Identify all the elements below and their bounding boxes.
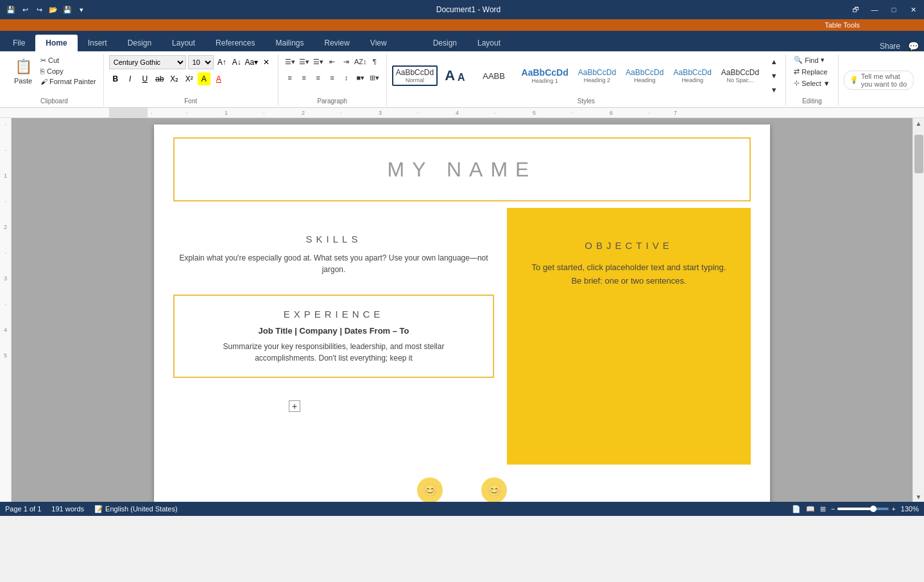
clear-formatting-button[interactable]: ✕ (260, 56, 273, 69)
style-heading4[interactable]: AaBbCcDd Heading (669, 65, 715, 86)
clipboard-label: Clipboard (10, 98, 98, 105)
tab-review[interactable]: Review (314, 35, 359, 51)
strikethrough-button[interactable]: ab (153, 73, 166, 85)
paste-label: Paste (14, 77, 32, 85)
experience-section[interactable]: EXPERIENCE Job Title | Company | Dates F… (173, 295, 494, 378)
cut-button[interactable]: ✂ Cut (38, 56, 98, 65)
undo-icon[interactable]: ↩ (19, 4, 31, 15)
font-group: Century Gothic 10 A↑ A↓ Aa▾ ✕ B I U ab X… (104, 54, 278, 106)
resume-header-box[interactable]: MY NAME (173, 137, 751, 201)
justify-button[interactable]: ≡ (326, 71, 339, 84)
zoom-level[interactable]: 130% (901, 505, 919, 513)
share-button[interactable]: Share (880, 42, 900, 51)
superscript-button[interactable]: X² (183, 73, 196, 85)
multilevel-button[interactable]: ☰▾ (312, 55, 325, 68)
skills-body[interactable]: Explain what you're especially good at. … (173, 252, 494, 275)
zoom-in-button[interactable]: + (891, 505, 895, 513)
close-icon[interactable]: ✕ (907, 4, 919, 15)
line-spacing-button[interactable]: ↕ (340, 71, 353, 84)
objective-title: OBJECTIVE (526, 240, 732, 251)
style-heading3[interactable]: AaBbCcDd Heading (622, 65, 667, 86)
tab-table-layout[interactable]: Layout (467, 35, 511, 51)
find-button[interactable]: 🔍 Find ▾ (791, 55, 826, 65)
font-size-select[interactable]: 10 (188, 55, 214, 69)
add-row-button[interactable]: + (289, 400, 300, 412)
decrease-indent-button[interactable]: ⇤ (326, 55, 339, 68)
zoom-out-button[interactable]: − (831, 505, 835, 513)
tab-design[interactable]: Design (117, 35, 162, 51)
change-case-button[interactable]: Aa▾ (245, 56, 258, 69)
format-painter-button[interactable]: 🖌 Format Painter (38, 77, 98, 86)
style-aabb[interactable]: AABB (472, 69, 516, 83)
scroll-track[interactable] (914, 128, 924, 492)
shading-button[interactable]: ■▾ (354, 71, 367, 84)
align-center-button[interactable]: ≡ (298, 71, 311, 84)
scroll-down-button[interactable]: ▼ (914, 492, 924, 502)
view-web-icon[interactable]: ⊞ (820, 505, 826, 513)
tab-table-design[interactable]: Design (423, 35, 467, 51)
maximize-icon[interactable]: □ (888, 4, 900, 15)
tab-insert[interactable]: Insert (78, 35, 117, 51)
replace-button[interactable]: ⇄ Replace (791, 67, 830, 76)
tab-file[interactable]: File (3, 35, 35, 51)
scroll-thumb[interactable] (914, 135, 923, 173)
show-hide-button[interactable]: ¶ (368, 55, 381, 68)
copy-button[interactable]: ⎘ Copy (38, 67, 98, 76)
bullets-button[interactable]: ☰▾ (284, 55, 296, 68)
style-heading2[interactable]: AaBbCcDd Heading 2 (574, 65, 620, 86)
paste-button[interactable]: 📋 Paste (10, 55, 36, 86)
resume-right: OBJECTIVE To get started, click placehol… (507, 208, 751, 465)
table-tools-label: Table Tools (825, 21, 911, 29)
numbering-button[interactable]: ☰▾ (298, 55, 311, 68)
underline-button[interactable]: U (139, 73, 151, 85)
align-left-button[interactable]: ≡ (284, 71, 296, 84)
experience-job[interactable]: Job Title | Company | Dates From – To (194, 326, 474, 336)
minimize-icon[interactable]: — (869, 4, 880, 15)
style-nospace[interactable]: AaBbCcDd No Spac... (717, 65, 763, 86)
font-color-button[interactable]: A (212, 73, 225, 85)
styles-scroll-up[interactable]: ▲ (767, 55, 780, 68)
save-icon[interactable]: 💾 (5, 4, 17, 15)
select-button[interactable]: ⊹ Select ▼ (791, 78, 833, 88)
tab-view[interactable]: View (360, 35, 397, 51)
text-highlight-button[interactable]: A (198, 73, 210, 85)
zoom-track[interactable] (837, 508, 889, 510)
objective-body[interactable]: To get started, click placeholder text a… (526, 261, 732, 288)
style-heading1[interactable]: AaBbCcDd Heading 1 (518, 65, 572, 87)
view-print-icon[interactable]: 📄 (792, 505, 801, 513)
increase-indent-button[interactable]: ⇥ (340, 55, 353, 68)
customize-qat-icon[interactable]: ▾ (76, 4, 87, 15)
open-file-icon[interactable]: 📂 (47, 4, 59, 15)
restore-window-icon[interactable]: 🗗 (850, 4, 861, 15)
tab-mailings[interactable]: Mailings (265, 35, 314, 51)
font-name-select[interactable]: Century Gothic (109, 55, 186, 69)
scroll-up-button[interactable]: ▲ (914, 118, 924, 128)
decrease-font-button[interactable]: A↓ (230, 56, 243, 69)
resume-name[interactable]: MY NAME (388, 158, 537, 182)
resume-body: SKILLS Explain what you're especially go… (173, 208, 751, 465)
tab-home[interactable]: Home (35, 35, 77, 51)
italic-button[interactable]: I (124, 73, 137, 85)
view-read-icon[interactable]: 📖 (806, 505, 815, 513)
zoom-thumb[interactable] (870, 506, 877, 512)
tab-references[interactable]: References (205, 35, 265, 51)
resume-left: SKILLS Explain what you're especially go… (173, 208, 507, 465)
sort-button[interactable]: AZ↕ (354, 55, 367, 68)
styles-more[interactable]: ▼ (767, 83, 780, 96)
subscript-button[interactable]: X₂ (168, 73, 181, 85)
comments-icon[interactable]: 💬 (908, 41, 919, 51)
language-label: English (United States) (105, 505, 178, 513)
style-normal[interactable]: AaBbCcDd Normal (392, 65, 438, 86)
save2-icon[interactable]: 💾 (62, 4, 73, 15)
styles-scroll-down[interactable]: ▼ (767, 69, 780, 82)
format-painter-label: Format Painter (49, 78, 96, 85)
align-right-button[interactable]: ≡ (312, 71, 325, 84)
increase-font-button[interactable]: A↑ (216, 56, 228, 69)
tab-layout[interactable]: Layout (162, 35, 205, 51)
experience-desc[interactable]: Summarize your key responsibilities, lea… (194, 341, 474, 364)
status-right: 📄 📖 ⊞ − + 130% (792, 505, 919, 513)
tell-me-bar[interactable]: 💡 Tell me what you want to do (844, 71, 914, 90)
redo-icon[interactable]: ↪ (33, 4, 45, 15)
borders-button[interactable]: ⊞▾ (368, 71, 381, 84)
bold-button[interactable]: B (109, 73, 122, 85)
